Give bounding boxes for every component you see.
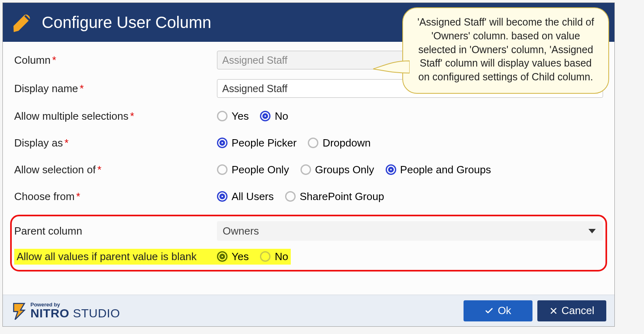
radio-label: Groups Only bbox=[315, 164, 374, 176]
radio-label: SharePoint Group bbox=[300, 190, 384, 203]
label-allow-selection-of: Allow selection of* bbox=[14, 164, 217, 176]
radio-icon bbox=[308, 138, 318, 148]
radio-label: Yes bbox=[232, 250, 249, 263]
highlight-span: Allow all values if parent value is blan… bbox=[14, 249, 291, 265]
radio-icon bbox=[285, 191, 296, 202]
dialog-footer: Powered by NITRO STUDIO Ok Cancel bbox=[3, 295, 614, 326]
radio-display-as-people-picker[interactable]: People Picker bbox=[217, 137, 296, 149]
radio-label: Dropdown bbox=[322, 137, 371, 149]
row-allow-multiple: Allow multiple selections* Yes No bbox=[14, 108, 603, 125]
radio-people-and-groups[interactable]: People and Groups bbox=[386, 164, 491, 176]
pencil-icon bbox=[12, 11, 34, 34]
label-allow-multiple: Allow multiple selections* bbox=[14, 110, 217, 123]
row-allow-selection-of: Allow selection of* People Only Groups O… bbox=[14, 161, 603, 178]
chevron-down-icon bbox=[588, 229, 596, 233]
check-icon bbox=[485, 306, 494, 315]
annotation-callout: 'Assigned Staff' will become the child o… bbox=[402, 7, 609, 94]
radio-icon bbox=[217, 138, 228, 148]
label-column: Column* bbox=[14, 54, 217, 67]
bolt-icon bbox=[11, 302, 27, 320]
required-asterisk: * bbox=[80, 82, 84, 95]
radio-sharepoint-group[interactable]: SharePoint Group bbox=[285, 190, 384, 203]
close-icon bbox=[550, 307, 558, 315]
radio-label: All Users bbox=[232, 190, 274, 203]
radio-icon bbox=[260, 111, 270, 121]
radio-label: People Picker bbox=[232, 137, 296, 149]
radio-allow-all-yes[interactable]: Yes bbox=[217, 250, 249, 263]
radio-people-only[interactable]: People Only bbox=[217, 164, 289, 176]
radio-label: Yes bbox=[232, 110, 249, 123]
radio-label: People Only bbox=[232, 164, 289, 176]
radio-groups-only[interactable]: Groups Only bbox=[301, 164, 374, 176]
button-label: Ok bbox=[498, 304, 511, 317]
label-choose-from: Choose from* bbox=[14, 190, 217, 203]
ok-button[interactable]: Ok bbox=[464, 300, 532, 321]
radio-icon bbox=[301, 164, 311, 175]
cancel-button[interactable]: Cancel bbox=[537, 300, 606, 321]
parent-column-highlight-group: Parent column Owners Allow all values if… bbox=[10, 215, 607, 272]
radio-icon bbox=[217, 111, 228, 121]
radio-icon bbox=[217, 164, 228, 175]
radio-icon bbox=[217, 251, 228, 262]
radio-icon bbox=[260, 251, 270, 262]
parent-column-select[interactable]: Owners bbox=[217, 221, 603, 241]
callout-text: 'Assigned Staff' will become the child o… bbox=[417, 16, 594, 82]
label-allow-all-if-blank: Allow all values if parent value is blan… bbox=[17, 250, 217, 263]
label-display-name: Display name* bbox=[14, 82, 217, 95]
required-asterisk: * bbox=[64, 137, 69, 149]
button-label: Cancel bbox=[562, 304, 595, 317]
radio-icon bbox=[386, 164, 396, 175]
brand-name: NITRO STUDIO bbox=[30, 307, 120, 319]
radio-label: No bbox=[275, 110, 288, 123]
row-choose-from: Choose from* All Users SharePoint Group bbox=[14, 188, 603, 205]
row-allow-all-if-blank: Allow all values if parent value is blan… bbox=[14, 248, 603, 265]
row-display-as: Display as* People Picker Dropdown bbox=[14, 134, 603, 151]
required-asterisk: * bbox=[52, 54, 56, 66]
radio-all-users[interactable]: All Users bbox=[217, 190, 274, 203]
required-asterisk: * bbox=[97, 164, 101, 176]
callout-tail-icon bbox=[373, 57, 410, 77]
radio-label: People and Groups bbox=[400, 164, 491, 176]
radio-allow-all-no[interactable]: No bbox=[260, 250, 288, 263]
select-value: Owners bbox=[223, 225, 259, 237]
radio-allow-multiple-no[interactable]: No bbox=[260, 110, 288, 123]
label-display-as: Display as* bbox=[14, 137, 217, 149]
brand-logo: Powered by NITRO STUDIO bbox=[11, 302, 120, 320]
radio-allow-multiple-yes[interactable]: Yes bbox=[217, 110, 249, 123]
radio-icon bbox=[217, 191, 228, 202]
radio-display-as-dropdown[interactable]: Dropdown bbox=[308, 137, 371, 149]
dialog-title: Configure User Column bbox=[42, 13, 211, 32]
required-asterisk: * bbox=[130, 110, 134, 122]
label-parent-column: Parent column bbox=[14, 225, 217, 237]
row-parent-column: Parent column Owners bbox=[14, 221, 603, 241]
radio-label: No bbox=[275, 250, 288, 263]
required-asterisk: * bbox=[76, 190, 80, 203]
